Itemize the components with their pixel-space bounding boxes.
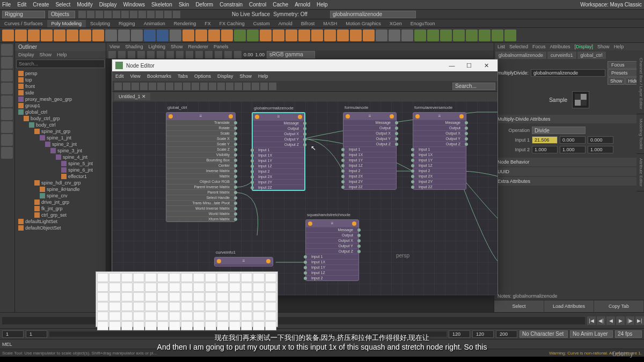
ae-menu-item[interactable]: Focus (532, 44, 546, 49)
show-button[interactable]: Show (608, 77, 625, 85)
shelf-icon[interactable] (234, 29, 246, 41)
focus-button[interactable]: Focus (608, 61, 641, 69)
outliner-item[interactable]: front (16, 83, 105, 90)
shelf-tab[interactable]: Rigging (114, 20, 140, 27)
input1x-field[interactable]: 21.506 (532, 136, 558, 144)
shelf-icon[interactable] (144, 29, 156, 41)
shelf-icon[interactable] (337, 29, 349, 41)
shelf-icon[interactable] (414, 29, 426, 41)
shelf-icon[interactable] (466, 29, 478, 41)
rotate-tool-icon[interactable] (1, 83, 13, 94)
shelf-tabs[interactable]: Curves / Surfaces Poly Modeling Sculptin… (0, 19, 644, 28)
shelf-icon[interactable] (492, 29, 503, 41)
shelf-icon[interactable] (170, 29, 181, 41)
node-formulareverse[interactable]: formulareversenode ≡ MessageOutputOutput… (413, 112, 466, 190)
outliner-item[interactable]: proxy_mesh_geo_grp (16, 96, 105, 102)
node-global-ctrl[interactable]: global_ctrl ≡ TranslateRotateScaleScale … (166, 112, 236, 222)
outliner-item[interactable]: group1 (16, 102, 105, 109)
outliner-item[interactable]: ctrl_grp_set (16, 212, 105, 218)
maximize-button[interactable]: ☐ (461, 61, 477, 70)
fps-dropdown[interactable]: 24 fps (615, 330, 642, 338)
play-fwd-button[interactable]: ▶ (616, 316, 625, 325)
shelf-icon[interactable] (363, 29, 375, 41)
outliner-item[interactable]: spine_hdl_crv_grp (16, 180, 105, 186)
ne-search[interactable]: Search... (452, 83, 495, 90)
menu-arnold[interactable]: Arnold (295, 2, 310, 8)
vp-icon[interactable] (157, 51, 164, 58)
menu-create[interactable]: Create (33, 2, 49, 8)
ne-tab[interactable]: Untitled_1 ✕ (114, 93, 150, 100)
shelf-icon[interactable] (389, 29, 400, 41)
status-icon[interactable] (78, 11, 86, 18)
node-globalnormalize[interactable]: globalnormalizenode ≡ MessageOutputOutpu… (252, 112, 305, 191)
menu-select[interactable]: Select (55, 2, 70, 8)
shelf-icon[interactable] (221, 29, 233, 41)
vp-menu-item[interactable]: Renderer (188, 44, 208, 49)
input2z-field[interactable]: 1.000 (588, 146, 613, 153)
shelf-tab[interactable]: Sculpting (86, 20, 114, 27)
input2y-field[interactable]: 1.000 (560, 146, 586, 153)
ne-tool-icon[interactable] (252, 83, 259, 90)
vp-icon[interactable] (137, 51, 145, 58)
vp-icon[interactable] (118, 51, 126, 58)
menu-help[interactable]: Help (317, 2, 328, 8)
shelf-tab[interactable]: Animation (140, 20, 170, 27)
ae-menu-item[interactable]: Show (597, 44, 610, 49)
tool-icon[interactable] (1, 134, 13, 146)
shelf-icon[interactable] (118, 29, 130, 41)
main-menubar[interactable]: File Edit Create Select Modify Display W… (0, 0, 644, 10)
status-icon[interactable] (87, 11, 94, 18)
select-button[interactable]: Select (494, 300, 544, 312)
ne-canvas[interactable]: global_ctrl ≡ TranslateRotateScaleScale … (112, 101, 497, 295)
search-field[interactable]: globalnormalizenode (330, 11, 416, 18)
shelf-icon[interactable] (260, 29, 272, 41)
shelf-icon[interactable] (440, 29, 452, 41)
start-frame-field[interactable]: 1 (2, 330, 24, 338)
select-tool-icon[interactable] (1, 44, 13, 56)
status-icon[interactable] (138, 11, 146, 18)
shelf-icon[interactable] (15, 29, 27, 41)
outliner-item[interactable]: effector1 (16, 173, 105, 180)
shelf-tab[interactable]: Arnold (274, 20, 297, 27)
load-attrs-button[interactable]: Load Attributes (544, 300, 594, 312)
shelf-icon[interactable] (479, 29, 491, 41)
outliner-item[interactable]: spine_1_jnt (16, 135, 105, 141)
edge-tab-channelbox[interactable]: Channel Box / Layer Editor (636, 54, 644, 114)
shelf-icon[interactable] (427, 29, 439, 41)
outliner-menu[interactable]: Display Show Help (15, 51, 106, 58)
play-back-button[interactable]: ◀ (606, 316, 615, 325)
shelf-icon[interactable] (54, 29, 65, 41)
shelf-icon[interactable] (2, 29, 14, 41)
ne-tool-icon[interactable] (149, 83, 156, 90)
ae-menu-item[interactable]: List (497, 44, 505, 49)
shelf-icon[interactable] (92, 29, 104, 41)
ne-tool-icon[interactable] (131, 83, 139, 90)
vp-icon[interactable] (224, 51, 232, 58)
ne-menu-item[interactable]: View (130, 73, 141, 79)
ae-menu-item[interactable]: Help (614, 44, 624, 49)
menu-skin[interactable]: Skin (179, 2, 189, 8)
ne-tool-icon[interactable] (123, 83, 130, 90)
right-edge-tabs[interactable]: Channel Box / Layer Editor Modeling Tool… (636, 54, 644, 191)
menu-constrain[interactable]: Constrain (219, 2, 243, 8)
shelf-icon[interactable] (247, 29, 259, 41)
status-icon[interactable] (147, 11, 155, 18)
node-curveinfo[interactable]: curveinfo1 ≡ (214, 257, 273, 267)
ne-menu-item[interactable]: Options (194, 73, 211, 79)
outliner-item[interactable]: body_ctrl (16, 122, 105, 128)
shelf-icon[interactable] (401, 29, 413, 41)
tool-icon[interactable] (1, 147, 13, 159)
node-squash[interactable]: squashandstretchnode ≡ MessageOutputOutp… (305, 219, 359, 281)
shelf-tab[interactable]: Curves / Surfaces (0, 20, 47, 27)
step-fwd-button[interactable]: |▶ (626, 316, 634, 325)
ne-tool-icon[interactable] (192, 83, 199, 90)
ne-menubar[interactable]: Edit View Bookmarks Tabs Options Display… (112, 71, 497, 81)
time-track[interactable] (2, 317, 585, 324)
vp-icon[interactable] (108, 51, 116, 58)
shelf-tab[interactable]: FX Caching (215, 20, 249, 27)
outliner-item[interactable]: persp (16, 70, 105, 77)
edge-tab-attreditor[interactable]: Attribute Editor (636, 154, 644, 191)
ne-menu-item[interactable]: Bookmarks (147, 73, 171, 79)
shelf-tab[interactable]: Rendering (170, 20, 201, 27)
outliner-item[interactable]: spine_ikHandle (16, 186, 105, 193)
